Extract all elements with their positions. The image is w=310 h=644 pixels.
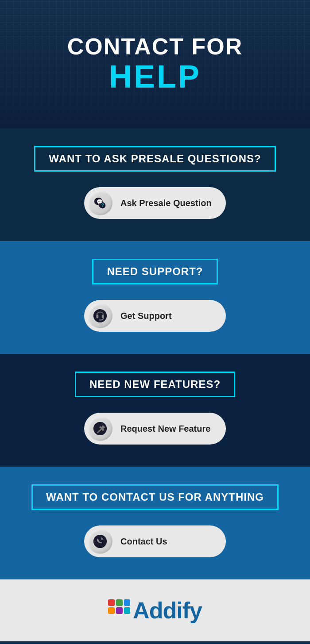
btn-label-support: Get Support xyxy=(120,311,172,321)
hero-title-line1: CONTACT FOR xyxy=(67,34,243,59)
action-btn-presale[interactable]: 💬 ? Ask Presale Question xyxy=(84,187,226,219)
hero-title-line2: HELP xyxy=(67,59,243,94)
btn-label-contact: Contact Us xyxy=(120,537,167,547)
addify-logo-icon xyxy=(108,599,130,621)
btn-label-presale: Ask Presale Question xyxy=(120,198,212,208)
btn-icon-contact xyxy=(88,529,112,554)
svg-rect-6 xyxy=(97,314,99,318)
svg-rect-13 xyxy=(124,599,130,606)
section-presale: WANT TO ASK PRESALE QUESTIONS? 💬 ? Ask P… xyxy=(0,128,310,241)
action-btn-features[interactable]: Request New Feature xyxy=(84,413,226,445)
svg-rect-11 xyxy=(108,599,115,606)
hero-section: CONTACT FOR HELP xyxy=(0,0,310,128)
section-support: NEED SUPPORT? Get Support xyxy=(0,241,310,354)
section-label-presale: WANT TO ASK PRESALE QUESTIONS? xyxy=(34,146,275,172)
hero-text: CONTACT FOR HELP xyxy=(67,34,243,94)
btn-label-features: Request New Feature xyxy=(120,424,210,434)
logo: Addify xyxy=(108,597,202,624)
svg-point-5 xyxy=(93,309,107,322)
svg-point-8 xyxy=(93,422,107,435)
section-features: NEED NEW FEATURES? Request New Feature xyxy=(0,354,310,467)
section-label-features: NEED NEW FEATURES? xyxy=(75,372,235,397)
section-label-text-contact: WANT TO CONTACT US FOR ANYTHING xyxy=(46,491,264,503)
action-btn-support[interactable]: Get Support xyxy=(84,300,226,332)
section-label-support: NEED SUPPORT? xyxy=(92,259,217,284)
svg-rect-15 xyxy=(116,607,123,614)
section-label-text-features: NEED NEW FEATURES? xyxy=(89,378,221,391)
svg-text:?: ? xyxy=(101,203,104,208)
svg-rect-14 xyxy=(108,607,115,614)
svg-point-10 xyxy=(93,535,107,548)
action-btn-contact[interactable]: Contact Us xyxy=(84,525,226,557)
section-contact: WANT TO CONTACT US FOR ANYTHING Contact … xyxy=(0,467,310,579)
section-label-text-presale: WANT TO ASK PRESALE QUESTIONS? xyxy=(49,153,261,165)
btn-icon-presale: 💬 ? xyxy=(88,191,112,215)
section-label-text-support: NEED SUPPORT? xyxy=(107,265,203,278)
logo-text: Addify xyxy=(133,597,202,624)
section-label-contact: WANT TO CONTACT US FOR ANYTHING xyxy=(31,484,279,510)
svg-rect-16 xyxy=(124,607,130,614)
footer: Addify xyxy=(0,579,310,641)
btn-icon-features xyxy=(88,416,112,441)
btn-icon-support xyxy=(88,303,112,328)
svg-rect-12 xyxy=(116,599,123,606)
